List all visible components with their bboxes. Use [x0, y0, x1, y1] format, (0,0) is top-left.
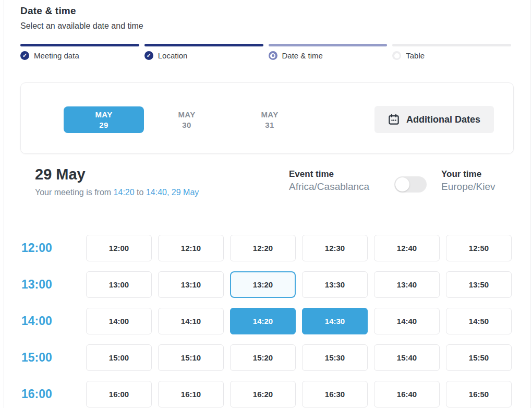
check-circle-icon — [144, 51, 153, 60]
step-label: Location — [158, 51, 188, 60]
page-subtitle: Select an available date and time — [20, 21, 143, 31]
tab-day-label: 30 — [182, 121, 191, 129]
time-slot-13-10[interactable]: 13:10 — [158, 271, 224, 298]
time-slot-13-00[interactable]: 13:00 — [86, 271, 152, 298]
radio-icon — [392, 51, 401, 60]
page-title: Date & time — [20, 5, 143, 17]
step-label-row: Table — [392, 51, 511, 60]
stepper-step-table[interactable]: Table — [392, 44, 511, 60]
selected-date-heading: 29 May — [35, 166, 86, 183]
step-progress-bar — [144, 44, 263, 46]
date-tab-may-29[interactable]: MAY29 — [64, 106, 144, 133]
step-label: Meeting data — [34, 51, 79, 60]
step-label: Table — [406, 51, 425, 60]
time-slot-14-50[interactable]: 14:50 — [446, 308, 512, 334]
time-slot-16-10[interactable]: 16:10 — [158, 381, 224, 407]
calendar-icon — [388, 114, 400, 125]
date-card: MAY29MAY30MAY31 Additional Dates — [20, 82, 514, 154]
time-slot-16-20[interactable]: 16:20 — [230, 381, 296, 407]
meeting-end-time: 14:40, 29 May — [146, 188, 199, 197]
step-label-row: Location — [144, 51, 263, 60]
step-progress-bar — [20, 44, 139, 46]
tab-month-label: MAY — [178, 110, 195, 119]
time-slot-12-40[interactable]: 12:40 — [374, 235, 440, 261]
time-slot-14-30[interactable]: 14:30 — [302, 308, 368, 334]
time-slot-12-20[interactable]: 12:20 — [230, 235, 296, 261]
time-slot-15-00[interactable]: 15:00 — [86, 344, 152, 371]
time-grid: 12:0012:0012:1012:2012:3012:4012:5013:00… — [20, 235, 512, 407]
summary-section: 29 May Your meeting is from 14:20 to 14:… — [20, 166, 514, 210]
time-row-16-00: 16:0016:0016:1016:2016:3016:4016:50 — [20, 381, 512, 407]
time-slot-14-20[interactable]: 14:20 — [230, 308, 296, 334]
time-slot-16-40[interactable]: 16:40 — [374, 381, 440, 407]
time-slot-15-20[interactable]: 15:20 — [230, 344, 296, 371]
tab-month-label: MAY — [261, 110, 278, 119]
meeting-prefix: Your meeting is from — [35, 188, 111, 197]
radio-icon — [269, 51, 277, 60]
date-tab-may-31[interactable]: MAY31 — [229, 106, 310, 133]
hour-label: 16:00 — [20, 381, 80, 407]
page-header: Date & time Select an available date and… — [20, 5, 143, 31]
time-slot-13-30[interactable]: 13:30 — [302, 271, 368, 298]
additional-dates-label: Additional Dates — [406, 114, 480, 125]
stepper-step-location[interactable]: Location — [144, 44, 263, 60]
tab-day-label: 29 — [99, 121, 108, 129]
time-slot-15-50[interactable]: 15:50 — [446, 344, 512, 371]
tab-month-label: MAY — [95, 110, 112, 119]
time-row-13-00: 13:0013:0013:1013:2013:3013:4013:50 — [20, 271, 512, 298]
event-timezone-value: Africa/Casablanca — [289, 181, 369, 193]
step-label: Date & time — [282, 51, 323, 60]
time-row-15-00: 15:0015:0015:1015:2015:3015:4015:50 — [20, 344, 512, 371]
step-progress-bar — [392, 44, 511, 46]
time-slot-15-30[interactable]: 15:30 — [302, 344, 368, 371]
additional-dates-button[interactable]: Additional Dates — [374, 106, 494, 133]
time-slot-14-10[interactable]: 14:10 — [158, 308, 224, 334]
time-slot-14-00[interactable]: 14:00 — [86, 308, 152, 334]
time-slot-12-10[interactable]: 12:10 — [158, 235, 224, 261]
check-circle-icon — [20, 51, 29, 60]
stepper-step-date-time[interactable]: Date & time — [269, 44, 388, 60]
time-slot-13-20[interactable]: 13:20 — [230, 271, 296, 298]
meeting-to-word: to — [137, 188, 143, 197]
date-tabs: MAY29MAY30MAY31 — [64, 106, 310, 133]
time-row-14-00: 14:0014:0014:1014:2014:3014:4014:50 — [20, 308, 512, 334]
toggle-knob — [395, 177, 409, 191]
step-label-row: Meeting data — [20, 51, 139, 60]
time-slot-16-30[interactable]: 16:30 — [302, 381, 368, 407]
meeting-summary: Your meeting is from 14:20 to 14:40, 29 … — [35, 188, 199, 197]
time-row-12-00: 12:0012:0012:1012:2012:3012:4012:50 — [20, 235, 512, 261]
time-slot-12-30[interactable]: 12:30 — [302, 235, 368, 261]
hour-label: 15:00 — [20, 344, 80, 371]
stepper-step-meeting-data[interactable]: Meeting data — [20, 44, 139, 60]
your-time-block: Your time Europe/Kiev — [441, 169, 495, 193]
hour-label: 14:00 — [20, 308, 80, 334]
time-slot-14-40[interactable]: 14:40 — [374, 308, 440, 334]
event-time-block: Event time Africa/Casablanca — [289, 169, 369, 193]
stepper: Meeting dataLocationDate & timeTable — [20, 44, 511, 60]
time-slot-12-00[interactable]: 12:00 — [86, 235, 152, 261]
time-slot-15-10[interactable]: 15:10 — [158, 344, 224, 371]
step-progress-bar — [269, 44, 388, 46]
date-time-panel: Date & time Select an available date and… — [4, 0, 530, 408]
hour-label: 13:00 — [20, 271, 80, 298]
date-tab-may-30[interactable]: MAY30 — [147, 106, 227, 133]
time-slot-13-50[interactable]: 13:50 — [446, 271, 512, 298]
time-slot-16-50[interactable]: 16:50 — [446, 381, 512, 407]
time-slot-15-40[interactable]: 15:40 — [374, 344, 440, 371]
event-time-label: Event time — [289, 169, 369, 179]
tab-day-label: 31 — [265, 121, 274, 129]
your-time-label: Your time — [441, 169, 495, 179]
time-slot-16-00[interactable]: 16:00 — [86, 381, 152, 407]
step-label-row: Date & time — [269, 51, 388, 60]
timezone-toggle[interactable] — [394, 176, 427, 193]
time-slot-12-50[interactable]: 12:50 — [446, 235, 512, 261]
your-timezone-value: Europe/Kiev — [441, 181, 495, 193]
meeting-start-time: 14:20 — [114, 188, 135, 197]
time-slot-13-40[interactable]: 13:40 — [374, 271, 440, 298]
hour-label: 12:00 — [20, 235, 80, 261]
